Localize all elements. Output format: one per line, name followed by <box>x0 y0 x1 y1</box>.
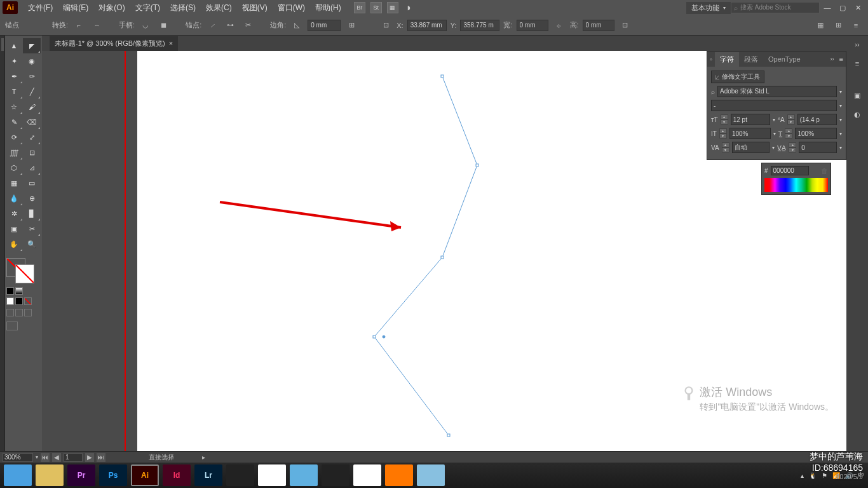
minimize-button[interactable]: — <box>820 2 835 13</box>
anchor-connect-btn[interactable]: ⊶ <box>223 18 237 32</box>
zoom-tool[interactable]: 🔍 <box>23 236 41 252</box>
handle-show-btn[interactable]: ◡ <box>139 18 153 32</box>
direct-selection-tool[interactable]: ◤ <box>23 38 41 53</box>
anchor-point[interactable] <box>441 75 444 78</box>
hex-input[interactable] <box>771 166 809 175</box>
taskbar-app-12[interactable] <box>385 464 413 486</box>
blend-tool[interactable]: ⊕ <box>23 191 41 206</box>
bridge-icon[interactable]: Br <box>354 2 365 13</box>
taskbar-app-10[interactable] <box>322 464 349 486</box>
arrange-icon[interactable]: ▦ <box>387 2 398 13</box>
default-colors-btn[interactable] <box>6 287 14 295</box>
align-panel-btn[interactable]: ▦ <box>813 18 827 32</box>
draw-behind-btn[interactable] <box>15 309 23 316</box>
anchor-point[interactable] <box>373 336 376 339</box>
close-tab-icon[interactable]: × <box>169 39 173 47</box>
menu-edit[interactable]: 编辑(E) <box>58 3 93 13</box>
color-picker[interactable] <box>5 257 42 332</box>
taskbar-app-5[interactable]: Id <box>163 464 191 486</box>
chevron-down-icon[interactable]: ▾ <box>36 454 38 460</box>
none-mode-btn[interactable] <box>24 297 32 305</box>
stroke-swatch[interactable] <box>15 264 34 283</box>
document-tab[interactable]: 未标题-1* @ 300% (RGB/像素预览) × <box>50 36 178 51</box>
anchor-point[interactable] <box>441 256 444 259</box>
search-input[interactable]: ⌕ 搜索 Adobe Stock <box>731 2 820 13</box>
artboard-tool[interactable]: ▣ <box>5 221 23 236</box>
rectangle-tool[interactable]: ☆ <box>5 99 23 114</box>
draw-inside-btn[interactable] <box>24 309 32 316</box>
panel-collapse-icon[interactable]: ◦ <box>707 55 715 63</box>
symbol-sprayer-tool[interactable]: ✲ <box>5 206 23 221</box>
tab-character[interactable]: 字符 <box>715 52 739 67</box>
touch-type-tool-btn[interactable]: ⟀ 修饰文字工具 <box>711 71 764 83</box>
corner-icon[interactable]: ◺ <box>290 18 304 32</box>
taskbar-app-6[interactable]: Lr <box>194 464 222 486</box>
left-dock[interactable] <box>0 36 5 451</box>
tab-paragraph[interactable]: 段落 <box>739 52 763 67</box>
taskbar-app-0[interactable] <box>4 464 32 486</box>
menu-help[interactable]: 帮助(H) <box>310 3 346 13</box>
workspace-switcher[interactable]: 基本功能 ▾ <box>686 2 731 14</box>
tray-expand-icon[interactable]: ▴ <box>801 472 804 479</box>
taskbar-app-8[interactable] <box>258 464 286 486</box>
taskbar-app-4[interactable]: Ai <box>131 464 159 486</box>
link-wh-btn[interactable]: ⟐ <box>552 18 566 32</box>
font-family-input[interactable] <box>717 86 837 97</box>
w-input[interactable] <box>517 20 548 31</box>
paintbrush-tool[interactable]: 🖌 <box>23 99 41 114</box>
line-tool[interactable]: ╱ <box>23 84 41 99</box>
h-input[interactable] <box>583 20 614 31</box>
hand-tool[interactable]: ✋ <box>5 236 23 252</box>
chevron-down-icon[interactable]: ▾ <box>839 103 842 109</box>
gradient-tool[interactable]: ▭ <box>23 175 41 191</box>
swap-colors-btn[interactable] <box>15 287 23 295</box>
taskbar-app-2[interactable]: Pr <box>67 464 95 486</box>
hscale-input[interactable] <box>795 128 837 139</box>
lasso-tool[interactable]: ◉ <box>23 53 41 69</box>
ref-point-icon[interactable]: ⊡ <box>379 18 393 32</box>
y-input[interactable] <box>460 20 499 31</box>
taskbar-app-3[interactable]: Ps <box>99 464 127 486</box>
eraser-tool[interactable]: ⌫ <box>23 114 41 130</box>
tab-opentype[interactable]: OpenType <box>763 53 806 65</box>
rotate-tool[interactable]: ⟳ <box>5 130 23 145</box>
magic-wand-tool[interactable]: ✦ <box>5 53 23 69</box>
anchor-point[interactable] <box>447 434 451 437</box>
gpu-icon[interactable]: ◗ <box>403 2 415 13</box>
width-tool[interactable]: ⨌ <box>5 145 23 160</box>
swatches-panel-icon[interactable]: ◐ <box>852 109 862 119</box>
menu-select[interactable]: 选择(S) <box>165 3 201 13</box>
font-style-input[interactable] <box>711 100 837 111</box>
tracking-input[interactable] <box>799 142 837 153</box>
taskbar-app-1[interactable] <box>36 464 64 486</box>
menu-window[interactable]: 窗口(W) <box>273 3 310 13</box>
panel-menu-icon[interactable]: ≡ <box>837 55 846 63</box>
stock-icon[interactable]: St <box>370 2 382 13</box>
selection-tool[interactable]: ▲ <box>5 38 23 53</box>
zoom-input[interactable] <box>3 453 33 462</box>
taskbar-app-9[interactable] <box>290 464 318 486</box>
panel-expand-icon[interactable]: ›› <box>828 56 837 62</box>
next-artboard-btn[interactable]: ▶ <box>85 453 94 462</box>
convert-corner-btn[interactable]: ⌐ <box>72 18 86 32</box>
artboard-num-input[interactable] <box>64 453 83 462</box>
font-size-input[interactable] <box>731 114 770 125</box>
leading-input[interactable] <box>797 114 837 125</box>
kerning-input[interactable] <box>732 142 770 153</box>
gradient-mode-btn[interactable] <box>15 297 23 305</box>
trash-icon[interactable]: 🗑 <box>821 167 828 175</box>
slice-tool[interactable]: ✂ <box>23 221 41 236</box>
free-transform-tool[interactable]: ⊡ <box>23 145 41 160</box>
anchor-cut-btn[interactable]: ✂ <box>241 18 255 32</box>
transform-panel-btn[interactable]: ⊞ <box>831 18 845 32</box>
menu-view[interactable]: 视图(V) <box>237 3 273 13</box>
anchor-remove-btn[interactable]: ⟋ <box>205 18 219 32</box>
menu-type[interactable]: 文字(T) <box>130 3 165 13</box>
first-artboard-btn[interactable]: ⏮ <box>41 453 50 462</box>
vscale-input[interactable] <box>729 128 771 139</box>
draw-normal-btn[interactable] <box>6 309 14 316</box>
graph-tool[interactable]: ▊ <box>23 206 41 221</box>
menu-file[interactable]: 文件(F) <box>23 3 58 13</box>
taskbar-app-7[interactable] <box>226 464 254 486</box>
scale-tool[interactable]: ⤢ <box>23 130 41 145</box>
